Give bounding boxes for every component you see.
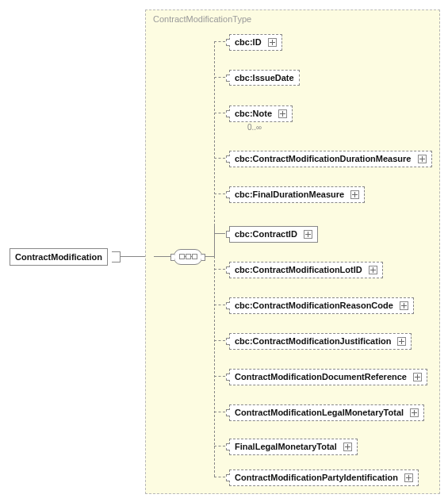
sequence-compositor[interactable] <box>174 249 202 265</box>
child-label: cbc:ContractModificationReasonCode <box>235 301 393 310</box>
child-justification[interactable]: cbc:ContractModificationJustification <box>229 333 412 350</box>
root-element-label: ContractModification <box>15 252 102 262</box>
child-doc-reference[interactable]: ContractModificationDocumentReference <box>229 369 427 385</box>
expand-icon[interactable] <box>397 337 406 346</box>
branch-8 <box>214 340 225 341</box>
expand-icon[interactable] <box>278 109 287 118</box>
branch-7 <box>214 305 225 305</box>
expand-icon[interactable] <box>413 373 422 381</box>
child-issuedate[interactable]: cbc:IssueDate <box>229 70 300 86</box>
child-id[interactable]: cbc:ID <box>229 34 282 51</box>
branch-4 <box>214 194 225 194</box>
child-party-ident[interactable]: ContractModificationPartyIdentification <box>229 469 419 486</box>
branch-2 <box>214 113 225 113</box>
branch-3 <box>214 158 225 159</box>
child-contractid[interactable]: cbc:ContractID <box>229 226 318 243</box>
child-reason-code[interactable]: cbc:ContractModificationReasonCode <box>229 297 414 314</box>
child-label: cbc:ID <box>235 37 262 47</box>
child-final-monetary[interactable]: FinalLegalMonetaryTotal <box>229 439 358 455</box>
child-label: ContractModificationDocumentReference <box>235 372 407 381</box>
child-label: ContractModificationLegalMonetaryTotal <box>235 408 404 417</box>
root-element-tab <box>112 251 121 262</box>
child-label: cbc:Note <box>235 109 272 118</box>
expand-icon[interactable] <box>268 38 277 47</box>
child-label: cbc:ContractID <box>235 229 297 239</box>
child-label: cbc:FinalDurationMeasure <box>235 190 344 199</box>
branch-9 <box>214 376 225 377</box>
child-label: cbc:ContractModificationDurationMeasure <box>235 154 411 163</box>
child-lot-id[interactable]: cbc:ContractModificationLotID <box>229 262 383 278</box>
branch-0 <box>214 41 225 42</box>
branch-5 <box>214 233 225 234</box>
diagram-canvas: ContractModificationType ContractModific… <box>0 0 448 502</box>
trunk-lower <box>214 256 215 477</box>
expand-icon[interactable] <box>343 443 352 451</box>
type-name-label: ContractModificationType <box>153 14 251 24</box>
connector-root-to-container <box>121 256 145 257</box>
connector-seq-out <box>205 256 214 257</box>
expand-icon[interactable] <box>410 408 419 417</box>
expand-icon[interactable] <box>400 301 408 310</box>
child-legal-monetary[interactable]: ContractModificationLegalMonetaryTotal <box>229 404 424 421</box>
child-label: FinalLegalMonetaryTotal <box>235 442 337 451</box>
expand-icon[interactable] <box>369 266 377 274</box>
child-label: cbc:ContractModificationLotID <box>235 265 362 274</box>
child-note[interactable]: cbc:Note <box>229 105 293 122</box>
branch-11 <box>214 446 225 446</box>
branch-1 <box>214 77 225 78</box>
child-label: ContractModificationPartyIdentification <box>235 473 398 482</box>
child-label: cbc:IssueDate <box>235 73 294 82</box>
trunk-mid <box>214 226 215 256</box>
child-mod-duration[interactable]: cbc:ContractModificationDurationMeasure <box>229 151 432 167</box>
branch-12 <box>214 477 225 477</box>
expand-icon[interactable] <box>404 473 413 482</box>
expand-icon[interactable] <box>350 190 359 199</box>
trunk-upper <box>214 41 215 226</box>
child-final-duration[interactable]: cbc:FinalDurationMeasure <box>229 186 365 203</box>
root-element[interactable]: ContractModification <box>10 248 108 266</box>
branch-10 <box>214 412 225 412</box>
child-label: cbc:ContractModificationJustification <box>235 336 391 346</box>
expand-icon[interactable] <box>418 155 427 163</box>
expand-icon[interactable] <box>304 230 312 239</box>
occurrence-note: 0..∞ <box>247 123 262 132</box>
branch-6 <box>214 269 225 270</box>
